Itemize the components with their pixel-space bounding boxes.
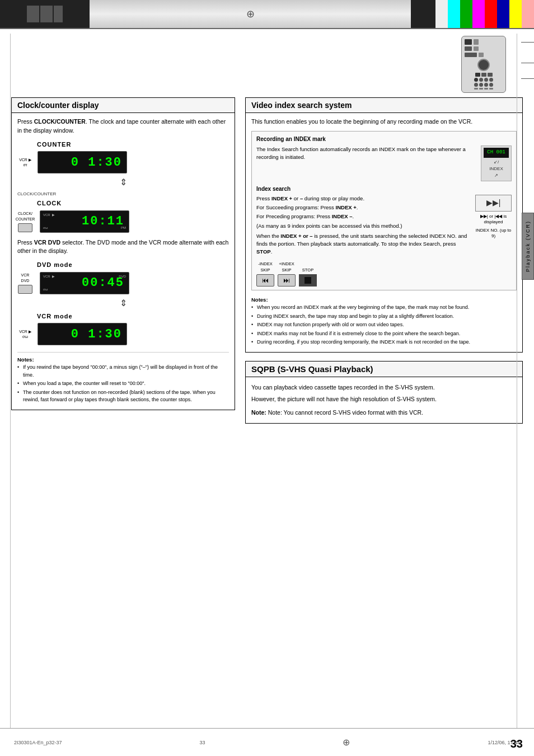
clock-counter-btn[interactable]: [18, 223, 32, 232]
remote-label-stop: STOP: [521, 60, 534, 65]
recording-index-display: CH 001: [484, 148, 509, 158]
clock-label: CLOCK: [37, 199, 229, 208]
sidebar-tab-label: Playback (VCR): [525, 220, 531, 272]
dvd-mode-area: DVD mode VCRDVD VCR▶ σω 00:45 DVD: [17, 260, 229, 294]
counter-side-label: VCR ▶στ: [17, 157, 33, 167]
ff-display-box: ▶▶|: [475, 195, 512, 212]
remote-diagram: VCR DVD CLOCK/COUNTER STOP INDEX +/–: [461, 36, 506, 93]
index-note-5: • During recording, if you stop recordin…: [251, 339, 517, 346]
recording-index-text: The Index Search function automatically …: [256, 145, 476, 181]
vcr-display-row: VCR ▶σω 0 1:30: [17, 323, 229, 345]
index-notes-list: • When you record an INDEX mark at the v…: [251, 304, 517, 346]
index-search-line-2: For Succeeding programs: Press INDEX +.: [256, 204, 471, 212]
vcr-mode-area: VCR mode VCR ▶σω 0 1:30: [17, 312, 229, 346]
index-note-1: • When you record an INDEX mark at the v…: [251, 304, 517, 312]
btn-skip-minus-label: -INDEX SKIP: [258, 261, 272, 274]
main-content: Clock/counter display Press CLOCK/COUNTE…: [0, 97, 534, 424]
video-index-intro: This function enables you to locate the …: [251, 118, 517, 126]
btn-skip-minus-group: -INDEX SKIP ⏮: [256, 261, 274, 287]
remote-row-2: [465, 46, 503, 51]
index-search-line-5: When the INDEX + or – is pressed, the un…: [256, 232, 471, 256]
black-block-1: [27, 6, 39, 22]
index-search-line-4: (As many as 9 index points can be access…: [256, 222, 471, 230]
remote-row-3: [465, 53, 503, 57]
remote-btn: [465, 46, 472, 51]
vcr-screen: 0 1:30: [38, 323, 127, 345]
left-column: Clock/counter display Press CLOCK/COUNTE…: [11, 97, 235, 424]
footer-date: 1/12/06, 17:44: [488, 740, 520, 745]
clock-sig: σω: [43, 226, 48, 231]
counter-label: COUNTER: [37, 140, 229, 149]
dvd-sig: σω: [43, 287, 48, 292]
video-index-section: Video index search system This function …: [245, 97, 523, 353]
clock-note-2: • When you load a tape, the counter will…: [17, 380, 229, 388]
remote-btn: [465, 53, 477, 57]
top-center-bar: ⊕: [90, 0, 411, 28]
remote-small: [479, 88, 483, 90]
remote-row-1: [465, 39, 503, 45]
recording-index-display-box: CH 001 ↙/INDEX↗: [481, 145, 512, 181]
remote-label-area: VCR DVD CLOCK/COUNTER STOP INDEX +/–: [521, 36, 534, 81]
footer: 2I30301A-En_p32-37 33 ⊕ 1/12/06, 17:44: [0, 728, 534, 756]
btn-stop-group: STOP: [299, 267, 317, 287]
clock-counter-btn-area: CLOCK/COUNTER: [17, 211, 33, 232]
color-red: [485, 0, 497, 28]
clock-time: 10:11: [82, 212, 124, 231]
remote-small: [489, 88, 493, 90]
color-magenta: [472, 0, 485, 28]
clock-display-row: CLOCK/COUNTER VCR▶ σω 10:11 PM: [17, 210, 229, 233]
sqpb-note: Note: Note: You cannot record S-VHS vide…: [251, 408, 517, 417]
video-index-content: This function enables you to locate the …: [246, 113, 522, 352]
color-bar: [411, 0, 534, 28]
clock-counter-intro: Press CLOCK/COUNTER. The clock and tape …: [17, 118, 229, 135]
black-block-3: [54, 6, 63, 22]
remote-circle: [477, 59, 490, 71]
dvd-display-row: VCRDVD VCR▶ σω 00:45 DVD: [17, 272, 229, 294]
page-top-strip: ⊕: [0, 0, 534, 29]
ff-display: ▶▶|: [486, 197, 501, 209]
counter-area: COUNTER VCR ▶στ 0 1:30: [17, 140, 229, 174]
sqpb-line-2: However, the picture will not have the h…: [251, 395, 517, 404]
remote-btn: [488, 73, 493, 77]
btn-skip-minus[interactable]: ⏮: [256, 274, 274, 287]
dvd-screen: VCR▶ σω 00:45 DVD: [40, 272, 129, 294]
color-cyan: [448, 0, 460, 28]
index-search-line-3: For Preceding programs: Press INDEX –.: [256, 213, 471, 220]
clock-area: CLOCK/COUNTER CLOCK CLOCK/COUNTER VCR▶ σ…: [17, 191, 229, 233]
index-note-3: • INDEX may not function properly with o…: [251, 321, 517, 329]
recording-index-symbol: ↙/INDEX↗: [489, 159, 503, 179]
remote-btn: [474, 83, 478, 87]
remote-circle-row: [465, 59, 503, 71]
sqpb-section: SQPB (S-VHS Quasi Playback) You can play…: [245, 361, 523, 424]
color-blue: [497, 0, 509, 28]
index-no-label: INDEX NO. (up to 9): [475, 228, 512, 240]
remote-btn: [474, 46, 479, 51]
clock-label-row: CLOCK/COUNTER: [17, 191, 229, 198]
recording-index-inner: The Index Search function automatically …: [256, 145, 512, 181]
vcr-dvd-btn[interactable]: [18, 285, 32, 294]
remote-btn: [489, 78, 493, 82]
clock-btn-side-label: CLOCK/COUNTER: [16, 211, 35, 223]
dvd-intro: Press VCR DVD selector. The DVD mode and…: [17, 238, 229, 256]
btn-stop[interactable]: [299, 274, 317, 287]
index-buttons-row: -INDEX SKIP ⏮ +INDEX SKIP ⏭ STOP: [256, 261, 512, 287]
footer-center-dot: ⊕: [343, 737, 350, 748]
btn-skip-plus[interactable]: ⏭: [278, 274, 296, 287]
clock-screen: VCR▶ σω 10:11 PM: [40, 210, 129, 233]
dvd-badge: DVD: [119, 274, 126, 279]
remote-btn: [479, 83, 483, 87]
remote-label-vcr-dvd: VCR DVD CLOCK/COUNTER: [521, 36, 534, 49]
btn-skip-plus-group: +INDEX SKIP ⏭: [278, 261, 296, 287]
playback-vcr-tab: Playback (VCR): [522, 213, 534, 280]
ff-label: ▶▶| or |◀◀ is displayed: [475, 214, 512, 226]
remote-row-5: [465, 78, 503, 82]
ff-box-area: ▶▶| ▶▶| or |◀◀ is displayed INDEX NO. (u…: [475, 195, 512, 256]
index-search-text-area: Press INDEX + or – during stop or play m…: [256, 195, 471, 256]
clock-pm: PM: [121, 226, 126, 231]
sqpb-content: You can playback video cassette tapes re…: [246, 377, 522, 423]
remote-btn: [479, 78, 483, 82]
left-margin-line: [10, 34, 11, 728]
right-margin-line: [517, 34, 517, 728]
center-symbol: ⊕: [246, 8, 255, 20]
recording-index-title: Recording an INDEX mark: [256, 135, 512, 143]
